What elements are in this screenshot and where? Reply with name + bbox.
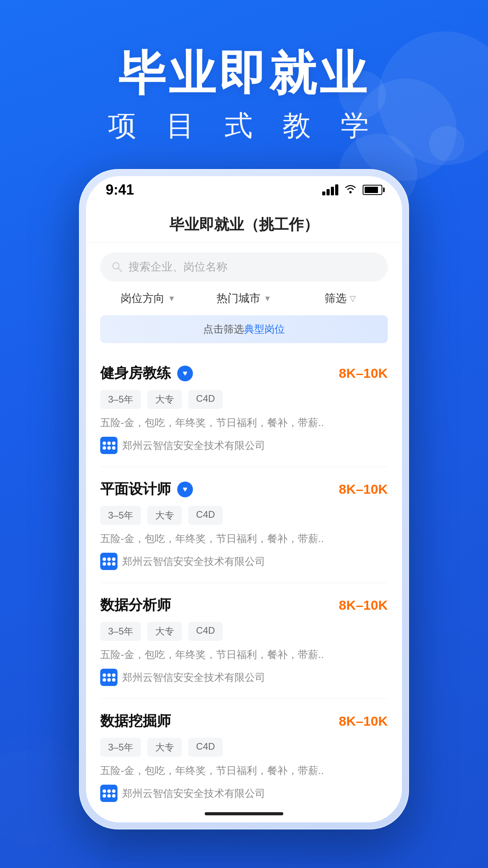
home-indicator <box>205 812 283 815</box>
job-tag-0-2: C4D <box>188 390 223 409</box>
company-name-2: 郑州云智信安安全技术有限公司 <box>122 671 265 684</box>
job-card-2[interactable]: 数据分析师 8K–10K 3–5年 大专 C4D 五险-金，包吃，年终奖，节日福… <box>100 583 388 699</box>
job-company-0: 郑州云智信安安全技术有限公司 <box>100 437 388 454</box>
filter-arrow-1: ▼ <box>168 294 176 303</box>
filter-screen[interactable]: 筛选 ▽ <box>292 291 388 306</box>
search-placeholder: 搜索企业、岗位名称 <box>128 259 227 274</box>
battery-icon <box>363 185 382 195</box>
job-title-3: 数据挖掘师 <box>100 712 171 731</box>
job-title-0: 健身房教练 <box>100 364 171 383</box>
job-tags-2: 3–5年 大专 C4D <box>100 622 388 641</box>
job-card-3[interactable]: 数据挖掘师 8K–10K 3–5年 大专 C4D 五险-金，包吃，年终奖，节日福… <box>100 699 388 815</box>
heart-icon-0: ♥ <box>177 366 193 381</box>
search-area: 搜索企业、岗位名称 <box>86 243 402 281</box>
job-list: 健身房教练 ♥ 8K–10K 3–5年 大专 C4D 五险-金，包吃，年终奖，节… <box>86 351 402 822</box>
hero-title: 毕业即就业 <box>0 47 488 99</box>
job-benefits-3: 五险-金，包吃，年终奖，节日福利，餐补，带薪.. <box>100 764 388 778</box>
company-name-3: 郑州云智信安安全技术有限公司 <box>122 787 265 800</box>
job-tag-1-2: C4D <box>188 506 223 525</box>
company-logo-0 <box>100 437 117 454</box>
filter-city[interactable]: 热门城市 ▼ <box>196 291 292 306</box>
status-time: 9:41 <box>106 182 134 198</box>
banner-prefix: 点击筛选 <box>203 323 244 335</box>
job-tag-3-1: 大专 <box>147 738 182 757</box>
job-salary-1: 8K–10K <box>339 482 388 497</box>
job-company-1: 郑州云智信安安全技术有限公司 <box>100 553 388 570</box>
job-tag-1-0: 3–5年 <box>100 506 141 525</box>
job-tag-3-0: 3–5年 <box>100 738 141 757</box>
job-card-0[interactable]: 健身房教练 ♥ 8K–10K 3–5年 大专 C4D 五险-金，包吃，年终奖，节… <box>100 351 388 467</box>
status-icons <box>322 184 382 197</box>
svg-line-2 <box>118 268 122 272</box>
job-salary-2: 8K–10K <box>339 598 388 613</box>
company-logo-1 <box>100 553 117 570</box>
filter-arrow-3: ▽ <box>350 294 356 303</box>
job-benefits-1: 五险-金，包吃，年终奖，节日福利，餐补，带薪.. <box>100 532 388 546</box>
hero-subtitle: 项 目 式 教 学 <box>0 107 488 145</box>
status-bar: 9:41 <box>86 176 402 204</box>
phone-mockup: 9:41 <box>79 169 409 829</box>
svg-point-0 <box>349 191 352 193</box>
job-tag-0-1: 大专 <box>147 390 182 409</box>
job-benefits-2: 五险-金，包吃，年终奖，节日福利，餐补，带薪.. <box>100 648 388 662</box>
job-title-1: 平面设计师 <box>100 480 171 499</box>
job-tag-2-0: 3–5年 <box>100 622 141 641</box>
signal-icon <box>322 184 338 195</box>
job-salary-0: 8K–10K <box>339 366 388 381</box>
job-tag-2-2: C4D <box>188 622 223 641</box>
filter-arrow-2: ▼ <box>264 294 272 303</box>
job-tag-0-0: 3–5年 <box>100 390 141 409</box>
job-company-2: 郑州云智信安安全技术有限公司 <box>100 669 388 686</box>
page-title-bar: 毕业即就业（挑工作） <box>86 204 402 243</box>
job-tag-3-2: C4D <box>188 738 223 757</box>
heart-icon-1: ♥ <box>177 482 193 497</box>
search-icon <box>111 261 123 273</box>
filter-direction[interactable]: 岗位方向 ▼ <box>100 291 196 306</box>
job-benefits-0: 五险-金，包吃，年终奖，节日福利，餐补，带薪.. <box>100 416 388 430</box>
app-content: 毕业即就业（挑工作） 搜索企业、岗位名称 岗位方向 <box>86 204 402 822</box>
banner-highlight: 典型岗位 <box>244 323 285 335</box>
job-tag-1-1: 大专 <box>147 506 182 525</box>
featured-banner[interactable]: 点击筛选典型岗位 <box>100 315 388 343</box>
job-salary-3: 8K–10K <box>339 714 388 729</box>
job-tags-3: 3–5年 大专 C4D <box>100 738 388 757</box>
hero-section: 毕业即就业 项 目 式 教 学 <box>0 47 488 145</box>
company-logo-2 <box>100 669 117 686</box>
company-logo-3 <box>100 785 117 802</box>
filter-row: 岗位方向 ▼ 热门城市 ▼ 筛选 ▽ <box>86 281 402 315</box>
job-title-2: 数据分析师 <box>100 596 171 615</box>
search-bar[interactable]: 搜索企业、岗位名称 <box>100 252 388 281</box>
job-tags-0: 3–5年 大专 C4D <box>100 390 388 409</box>
job-tag-2-1: 大专 <box>147 622 182 641</box>
page-title: 毕业即就业（挑工作） <box>169 216 319 233</box>
company-name-0: 郑州云智信安安全技术有限公司 <box>122 439 265 452</box>
wifi-icon <box>344 184 357 197</box>
company-name-1: 郑州云智信安安全技术有限公司 <box>122 555 265 568</box>
job-card-1[interactable]: 平面设计师 ♥ 8K–10K 3–5年 大专 C4D 五险-金，包吃，年终奖，节… <box>100 467 388 583</box>
job-tags-1: 3–5年 大专 C4D <box>100 506 388 525</box>
job-company-3: 郑州云智信安安全技术有限公司 <box>100 785 388 802</box>
